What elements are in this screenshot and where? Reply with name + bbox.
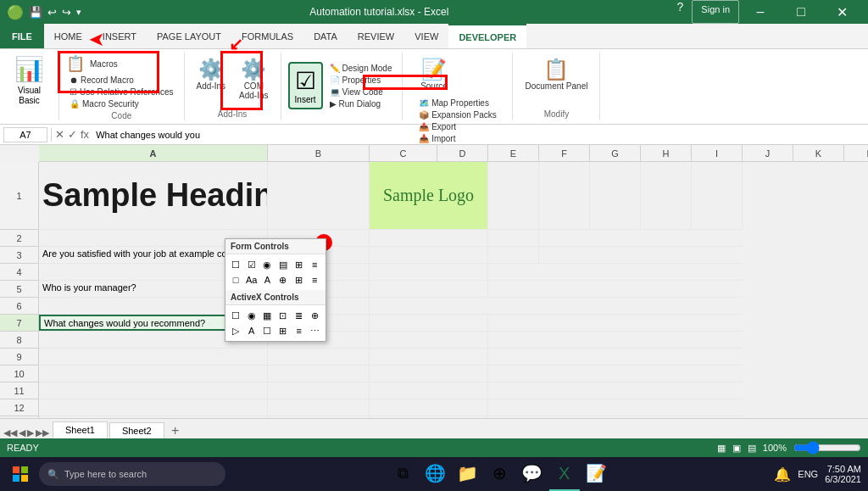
- activex-frame-icon[interactable]: ≡: [292, 324, 306, 338]
- insert-button[interactable]: ☑ Insert: [288, 62, 323, 109]
- source-button[interactable]: 📝 Source: [415, 54, 453, 94]
- com-addins-button[interactable]: ⚙️ COMAdd-Ins: [234, 54, 273, 103]
- form-controls-popup[interactable]: Form Controls ☐ ☑ ◉ ▤ ⊞ ≡ □ Aa A ⊕ ⊞ ≡ A…: [225, 238, 326, 342]
- cell-c5[interactable]: [370, 281, 488, 297]
- cell-c4[interactable]: [370, 264, 488, 280]
- file-explorer-button[interactable]: 📁: [453, 457, 483, 491]
- tab-data[interactable]: DATA: [303, 24, 348, 48]
- form-list-icon[interactable]: ▤: [276, 258, 290, 271]
- zoom-slider[interactable]: [793, 441, 861, 455]
- svg-rect-3: [21, 475, 28, 482]
- activex-btn-icon[interactable]: ⊞: [276, 324, 290, 338]
- left-arrow-btn[interactable]: ◀◀ ◀ ▶ ▶▶: [3, 427, 49, 438]
- insert-function-icon[interactable]: fx: [81, 128, 89, 141]
- form-group-icon[interactable]: A: [260, 273, 274, 287]
- cell-d1[interactable]: [488, 162, 539, 229]
- document-panel-button[interactable]: 📋 Document Panel: [520, 54, 593, 94]
- tab-page-layout[interactable]: PAGE LAYOUT: [147, 24, 231, 48]
- map-properties-button[interactable]: 🗺️ Map Properties: [415, 98, 500, 109]
- cell-g1[interactable]: [641, 162, 692, 229]
- activex-img-icon[interactable]: ☐: [260, 324, 274, 338]
- export-button[interactable]: 📤 Export: [415, 121, 500, 132]
- form-radio-icon[interactable]: ◉: [260, 258, 274, 271]
- excel-button[interactable]: X: [549, 457, 580, 491]
- tab-developer[interactable]: DEVELOPER: [448, 24, 526, 48]
- quick-access-undo[interactable]: ↩: [47, 6, 57, 19]
- tab-view[interactable]: VIEW: [404, 24, 448, 48]
- sheet-tab-2[interactable]: Sheet2: [109, 422, 164, 438]
- chrome-button[interactable]: ⊕: [485, 457, 515, 491]
- notification-icon[interactable]: 🔔: [774, 466, 791, 483]
- design-mode-button[interactable]: ✏️ Design Mode: [326, 63, 396, 74]
- view-break-icon[interactable]: ▤: [748, 443, 756, 454]
- quick-access-save[interactable]: 💾: [29, 6, 42, 19]
- activex-list-icon[interactable]: ▦: [260, 309, 274, 322]
- macros-button[interactable]: Macros: [86, 59, 121, 70]
- form-check-icon[interactable]: ☑: [245, 258, 259, 271]
- view-code-button[interactable]: 💻 View Code: [326, 86, 396, 98]
- activex-label-icon[interactable]: A: [245, 324, 259, 338]
- activex-radio-icon[interactable]: ◉: [245, 309, 259, 322]
- form-checkbox-icon[interactable]: ☐: [229, 258, 242, 271]
- cell-c1[interactable]: Sample Logo: [370, 162, 488, 229]
- form-combo-icon[interactable]: ⊞: [292, 258, 306, 271]
- relative-references-button[interactable]: ☑ Use Relative References: [66, 86, 177, 98]
- task-view-button[interactable]: ⧉: [388, 457, 419, 491]
- import-button[interactable]: 📥 Import: [415, 133, 500, 144]
- cell-e1[interactable]: [539, 162, 590, 229]
- edge-button[interactable]: 🌐: [420, 457, 451, 491]
- activex-combo-icon[interactable]: ⊡: [276, 309, 290, 322]
- cell-h1[interactable]: [692, 162, 743, 229]
- run-dialog-button[interactable]: ▶ Run Dialog: [326, 98, 396, 109]
- form-label-icon[interactable]: Aa: [245, 273, 259, 287]
- tab-home[interactable]: HOME: [44, 24, 92, 48]
- form-spinner-icon[interactable]: ⊕: [276, 273, 290, 287]
- sheet-tab-1[interactable]: Sheet1: [53, 421, 108, 438]
- row-header-7: 7: [0, 315, 38, 332]
- record-macro-button[interactable]: ⏺ Record Macro: [66, 75, 177, 86]
- cell-d3[interactable]: [488, 247, 539, 263]
- notepad-button[interactable]: 📝: [581, 457, 612, 491]
- visual-basic-btns: 📊 Visual Basic: [9, 54, 49, 117]
- cell-d2[interactable]: [488, 230, 539, 246]
- form-slider-icon[interactable]: ⊞: [292, 273, 306, 287]
- cell-f1[interactable]: [590, 162, 641, 229]
- view-normal-icon[interactable]: ▦: [717, 443, 726, 454]
- macro-security-button[interactable]: 🔒 Macro Security: [66, 98, 177, 109]
- activex-toggle-icon[interactable]: ≣: [292, 309, 306, 322]
- tab-file[interactable]: FILE: [0, 24, 44, 48]
- properties-button[interactable]: 📄 Properties: [326, 75, 396, 86]
- help-icon[interactable]: ?: [677, 0, 684, 24]
- zoom-level: 100%: [763, 443, 787, 453]
- activex-check-icon[interactable]: ☐: [229, 309, 242, 322]
- quick-access-redo[interactable]: ↪: [62, 6, 71, 19]
- cell-b1[interactable]: [268, 162, 370, 229]
- confirm-formula-icon[interactable]: ✓: [68, 128, 77, 141]
- discord-button[interactable]: 💬: [517, 457, 548, 491]
- cancel-formula-icon[interactable]: ✕: [55, 128, 64, 141]
- visual-basic-button[interactable]: 📊: [9, 54, 49, 85]
- new-sheet-button[interactable]: +: [166, 423, 185, 438]
- tab-review[interactable]: REVIEW: [348, 24, 404, 48]
- activex-spin-icon[interactable]: ⊕: [308, 309, 321, 322]
- form-edit-icon[interactable]: ≡: [308, 273, 321, 287]
- view-layout-icon[interactable]: ▣: [732, 443, 741, 454]
- activex-scroll-icon[interactable]: ▷: [229, 324, 242, 338]
- form-button-icon[interactable]: □: [229, 273, 242, 287]
- activex-more-icon[interactable]: ⋯: [308, 324, 321, 338]
- minimize-button[interactable]: –: [741, 0, 780, 24]
- search-bar[interactable]: 🔍 Type here to search: [39, 462, 225, 486]
- addins-button[interactable]: ⚙️ Add-Ins: [192, 54, 231, 103]
- restore-button[interactable]: □: [782, 0, 821, 24]
- cell-c2[interactable]: [370, 230, 488, 246]
- cell-reference-input[interactable]: [3, 127, 47, 142]
- expansion-packs-button[interactable]: 📦 Expansion Packs: [415, 109, 500, 120]
- start-button[interactable]: [3, 457, 37, 491]
- cell-c7[interactable]: [370, 315, 488, 331]
- sign-in-button[interactable]: Sign in: [692, 0, 739, 24]
- svg-rect-1: [21, 466, 28, 473]
- cell-a1[interactable]: Sample Heading: [39, 162, 268, 229]
- form-scroll-icon[interactable]: ≡: [308, 258, 321, 271]
- cell-c3[interactable]: [370, 247, 488, 263]
- close-button[interactable]: ✕: [822, 0, 861, 24]
